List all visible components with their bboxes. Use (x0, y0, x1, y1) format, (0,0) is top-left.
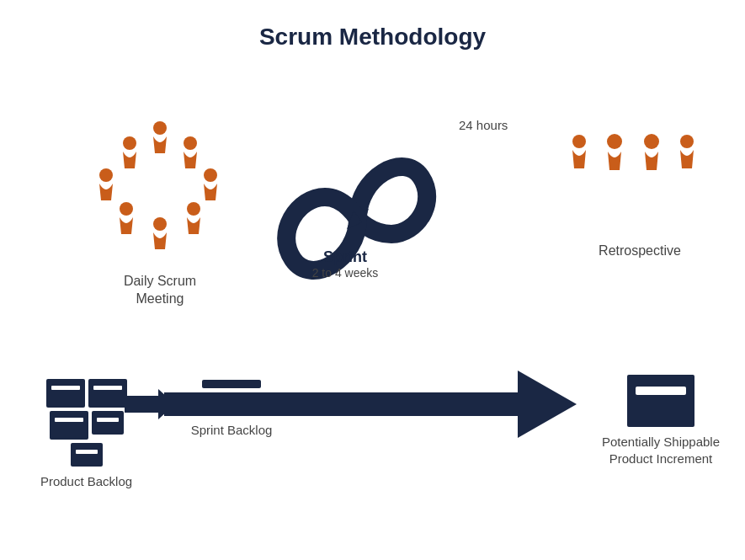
svg-point-7 (123, 136, 136, 150)
product-backlog-label: Product Backlog (13, 473, 160, 490)
svg-point-0 (153, 121, 167, 135)
svg-point-11 (607, 134, 622, 149)
page-title: Scrum Methodology (0, 0, 745, 51)
svg-point-5 (120, 202, 133, 216)
backlog-box-2 (88, 379, 127, 408)
sprint-label-area: Sprint 2 to 4 weeks (299, 248, 391, 280)
daily-scrum-icon (84, 118, 236, 261)
retrospective-icon (564, 131, 716, 232)
backlog-box-1 (46, 379, 85, 408)
svg-point-3 (187, 202, 200, 216)
backlog-box-5 (71, 443, 103, 467)
daily-scrum-section: Daily Scrum Meeting (84, 118, 236, 308)
svg-point-10 (572, 135, 586, 148)
backlog-box-3 (50, 411, 88, 440)
backlog-box-4 (92, 411, 124, 435)
svg-point-13 (680, 135, 694, 148)
product-increment-label: Potentially Shippable Product Increment (585, 434, 737, 467)
sprint-loop (261, 109, 455, 328)
hours-label: 24 hours (459, 118, 508, 132)
retrospective-label: Retrospective (564, 243, 716, 259)
diagram: Daily Scrum Meeting 24 hours Sprint (0, 67, 745, 543)
page: Scrum Methodology (0, 0, 745, 560)
product-increment-icon (627, 375, 694, 427)
svg-point-1 (184, 136, 197, 150)
bottom-row: Product Backlog Sprint Backlog (0, 371, 745, 472)
big-arrow (164, 371, 577, 438)
sprint-sublabel: 2 to 4 weeks (299, 266, 391, 280)
svg-point-6 (99, 168, 113, 182)
svg-point-12 (644, 134, 659, 149)
svg-point-4 (153, 217, 167, 231)
product-increment-section: Potentially Shippable Product Increment (585, 375, 737, 467)
retrospective-section: Retrospective (564, 131, 716, 259)
sprint-loop-icon (261, 109, 455, 328)
daily-scrum-label: Daily Scrum Meeting (84, 273, 236, 308)
sprint-text: Sprint (299, 248, 391, 266)
svg-marker-15 (164, 371, 577, 438)
big-arrow-icon (164, 371, 577, 438)
svg-point-2 (204, 168, 217, 182)
backlog-boxes (36, 379, 137, 467)
